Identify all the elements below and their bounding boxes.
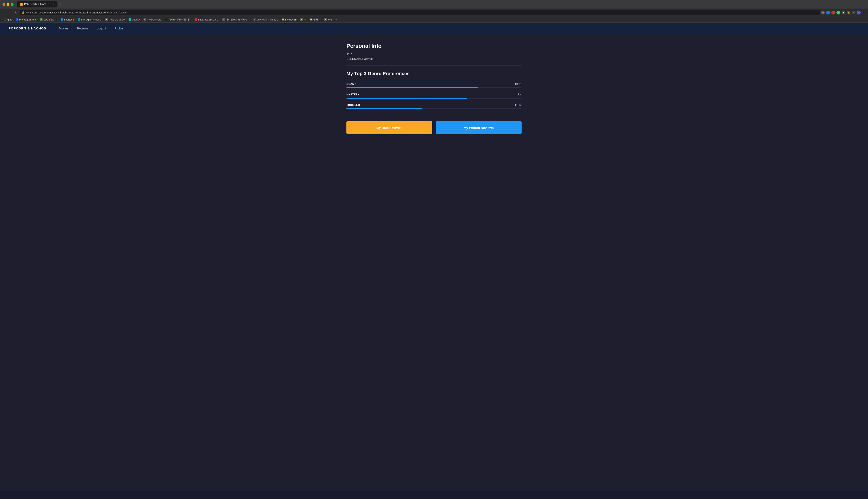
divider-1 xyxy=(346,65,522,66)
forward-button[interactable]: → xyxy=(8,10,13,15)
buttons-row: My Rated Movies My Written Reviews xyxy=(346,121,522,134)
bookmark-favicon-4: S xyxy=(78,19,80,21)
genre-item-mystery: MYSTERY 18.4 xyxy=(346,93,522,99)
genre-bar-bg-drama xyxy=(346,87,522,88)
personal-info-title: Personal Info xyxy=(346,43,522,49)
address-actions: ☆ ● ✕ V ◆ 🔔 ⧉ Y ⋮ xyxy=(821,11,866,14)
genre-bar-bg-thriller xyxy=(346,108,522,109)
nav-logout[interactable]: Logout xyxy=(97,27,106,30)
username: USERNAME: yubyub xyxy=(346,57,522,60)
bookmark-ethereum[interactable]: E Ethereum Transac... xyxy=(252,18,279,21)
address-bar-row: ← → ↻ 🔓 Not Secure popcornnnachos.s3-web… xyxy=(0,9,868,17)
genre-preferences-title: My Top 3 Genre Preferences xyxy=(346,71,522,76)
bookmark-project-ssafy[interactable]: P Project | SSAFY xyxy=(14,18,37,21)
genre-item-drama: DRAMA 19.81 xyxy=(346,82,522,88)
bookmark-baekjoon[interactable]: B Baekjoon xyxy=(59,18,75,21)
title-bar: 🍿 POPCORN & NACHOS ✕ + xyxy=(0,0,868,9)
bookmark-ai[interactable]: 📁 AI xyxy=(299,18,307,21)
bookmark-web[interactable]: 📁 web xyxy=(323,18,333,21)
genre-header-mystery: MYSTERY 18.4 xyxy=(346,93,522,96)
bookmark-favicon-3: B xyxy=(61,19,63,21)
bookmark-favicon-8: D xyxy=(165,19,168,21)
page-wrapper: POPCORN & NACHOS Movies Reviews Logout P… xyxy=(0,23,868,491)
user-avatar[interactable]: Y xyxy=(857,11,861,14)
bookmark-favicon-12: 📁 xyxy=(282,19,284,21)
profile-icon[interactable]: ● xyxy=(826,11,830,14)
lock-icon: 🔓 xyxy=(22,11,25,14)
bookmark-django[interactable]: D Django 튜토리얼 파... xyxy=(164,17,192,22)
star-icon[interactable]: ☆ xyxy=(821,11,825,14)
extension-icon-4[interactable]: 🔔 xyxy=(847,11,851,14)
genre-score-mystery: 18.4 xyxy=(516,93,522,96)
extension-icon-1[interactable]: ✕ xyxy=(831,11,835,14)
genre-bar-bg-mystery xyxy=(346,98,522,99)
new-tab-button[interactable]: + xyxy=(58,1,63,8)
genre-score-drama: 19.81 xyxy=(514,82,522,86)
genre-bar-fill-mystery xyxy=(346,98,467,99)
bookmark-jeongchogi[interactable]: 📁 정처기 xyxy=(309,17,322,22)
tab-favicon: 🍿 xyxy=(20,3,23,6)
apps-grid-icon xyxy=(4,19,6,21)
minimize-window-button[interactable] xyxy=(7,3,9,6)
tab-label: POPCORN & NACHOS xyxy=(24,3,51,6)
url-display: popcornnnachos.s3-website.ap-northeast-2… xyxy=(39,11,127,14)
bookmark-favicon-10: M xyxy=(222,19,225,21)
bookmark-blockchain[interactable]: 📁 Blockchain xyxy=(281,18,298,21)
main-content: Personal Info ID: 5 USERNAME: yubyub My … xyxy=(342,34,526,143)
bookmark-favicon-5: 📖 xyxy=(105,19,108,21)
bookmark-apps[interactable]: Apps xyxy=(2,18,13,21)
menu-icon[interactable]: ⋮ xyxy=(862,11,866,14)
bookmark-python-blockchain[interactable]: M 파이썬으로 블록체인... xyxy=(221,17,251,22)
nav-brand[interactable]: POPCORN & NACHOS xyxy=(9,26,46,30)
address-bar[interactable]: 🔓 Not Secure popcornnnachos.s3-website.a… xyxy=(20,10,820,15)
bookmark-favicon-9: i xyxy=(195,19,197,21)
extension-icon-3[interactable]: ◆ xyxy=(842,11,845,14)
bookmark-favicon-14: 📁 xyxy=(310,19,312,21)
bookmark-read-guide[interactable]: 📖 Read the guide xyxy=(104,18,126,21)
user-id: ID: 5 xyxy=(346,53,522,56)
genre-name-mystery: MYSTERY xyxy=(346,93,359,96)
nav-profile[interactable]: Profile xyxy=(115,27,123,30)
genre-bar-fill-drama xyxy=(346,87,478,88)
maximize-window-button[interactable] xyxy=(11,3,13,6)
nav-reviews[interactable]: Reviews xyxy=(77,27,88,30)
divider-2 xyxy=(346,114,522,114)
bookmark-favicon-1: P xyxy=(16,19,19,21)
tab-close-button[interactable]: ✕ xyxy=(52,3,55,6)
bookmarks-overflow[interactable]: » xyxy=(335,18,337,21)
bookmark-favicon-15: 📁 xyxy=(324,19,327,21)
bookmark-sw-expert[interactable]: S SW Expert Acade... xyxy=(76,18,103,21)
genre-header-drama: DRAMA 19.81 xyxy=(346,82,522,86)
bookmark-favicon-7: P xyxy=(144,19,146,21)
genre-score-thriller: 11.32 xyxy=(514,103,522,107)
bookmark-favicon-11: E xyxy=(253,19,256,21)
bookmarks-bar: Apps P Project | SSAFY E EDU SSAFY B Bae… xyxy=(0,17,868,23)
genre-bar-fill-thriller xyxy=(346,108,422,109)
genre-name-thriller: THRILLER xyxy=(346,104,360,107)
bookmark-favicon-2: E xyxy=(40,19,43,21)
nav-movies[interactable]: Movies xyxy=(59,27,68,30)
traffic-lights xyxy=(2,3,13,6)
genre-header-thriller: THRILLER 11.32 xyxy=(346,103,522,107)
bookmark-cs50[interactable]: i https://ide.cs50.io... xyxy=(193,18,220,21)
my-rated-movies-button[interactable]: My Rated Movies xyxy=(346,121,432,134)
extension-icon-2[interactable]: V xyxy=(836,11,840,14)
not-secure-indicator: 🔓 Not Secure xyxy=(22,11,37,14)
genre-item-thriller: THRILLER 11.32 xyxy=(346,103,522,109)
back-button[interactable]: ← xyxy=(2,10,7,15)
navbar: POPCORN & NACHOS Movies Reviews Logout P… xyxy=(0,23,868,34)
close-window-button[interactable] xyxy=(2,3,5,6)
bookmark-udacity[interactable]: U Udacity xyxy=(127,18,141,21)
browser-chrome: 🍿 POPCORN & NACHOS ✕ + ← → ↻ 🔓 Not Secur… xyxy=(0,0,868,23)
reload-button[interactable]: ↻ xyxy=(14,10,19,15)
bookmark-favicon-6: U xyxy=(129,19,131,21)
active-tab[interactable]: 🍿 POPCORN & NACHOS ✕ xyxy=(17,1,58,8)
bookmark-programmers[interactable]: P Programmers xyxy=(142,18,163,21)
extensions-icon[interactable]: ⧉ xyxy=(852,11,856,14)
my-written-reviews-button[interactable]: My Written Reviews xyxy=(436,121,522,134)
bookmark-edu-ssafy[interactable]: E EDU SSAFY xyxy=(39,18,58,21)
bookmark-favicon-13: 📁 xyxy=(300,19,303,21)
genre-name-drama: DRAMA xyxy=(346,83,356,86)
